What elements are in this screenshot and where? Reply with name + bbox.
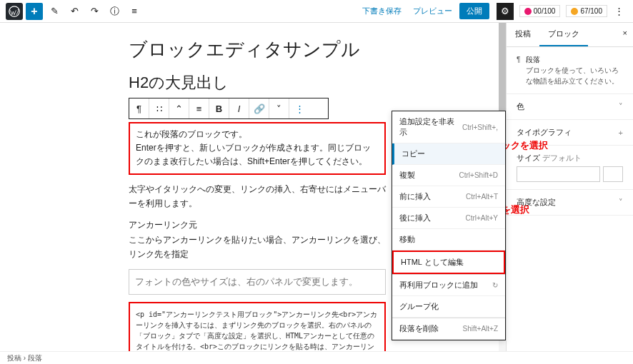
panel-size: サイズ デフォルト bbox=[507, 146, 633, 190]
paragraph-block-icon: ¶ bbox=[517, 54, 520, 86]
placeholder-paragraph[interactable]: フォントの色やサイズは、右のパネルで変更します。 bbox=[129, 269, 386, 295]
post-title[interactable]: ブロックエディタサンプル bbox=[129, 37, 477, 62]
panel-color[interactable]: 色˅ bbox=[507, 94, 633, 120]
sidebar-tabs: 投稿 ブロック × bbox=[507, 23, 633, 47]
more-options-icon[interactable]: ⋮ bbox=[289, 98, 309, 118]
menu-move[interactable]: 移動 bbox=[392, 229, 505, 251]
menu-edit-html[interactable]: HTML として編集 bbox=[392, 251, 505, 274]
wp-logo[interactable] bbox=[6, 3, 23, 20]
outline-icon[interactable]: ≡ bbox=[126, 3, 143, 20]
publish-button[interactable]: 公開 bbox=[459, 3, 489, 19]
bold-button[interactable]: B bbox=[209, 98, 229, 118]
info-icon[interactable]: ⓘ bbox=[106, 3, 123, 20]
italic-button[interactable]: I bbox=[229, 98, 249, 118]
menu-copy[interactable]: コピー bbox=[392, 143, 505, 165]
block-name: 段落 bbox=[526, 54, 623, 65]
edit-icon[interactable]: ✎ bbox=[46, 3, 63, 20]
para-line-1: これが段落のブロックです。 bbox=[136, 128, 379, 141]
menu-duplicate[interactable]: 複製Ctrl+Shift+D bbox=[392, 165, 505, 186]
size-select[interactable] bbox=[517, 166, 600, 182]
block-description: ¶ 段落 ブロックを使って、いろいろな物語を組み立てください。 bbox=[507, 47, 633, 94]
seo-badge-2[interactable]: 67/100 bbox=[566, 5, 607, 17]
undo-icon[interactable]: ↶ bbox=[66, 3, 83, 20]
menu-insert-before[interactable]: 前に挿入Ctrl+Alt+T bbox=[392, 186, 505, 208]
drag-icon[interactable]: ∷ bbox=[149, 98, 169, 118]
selected-paragraph-block[interactable]: これが段落のブロックです。 Enterを押すと、新しいブロックが作成されます。同… bbox=[129, 122, 386, 175]
size-reset-icon[interactable] bbox=[603, 166, 623, 182]
save-draft-link[interactable]: 下書き保存 bbox=[362, 6, 402, 16]
block-desc-text: ブロックを使って、いろいろな物語を組み立てください。 bbox=[526, 65, 623, 86]
add-block-button[interactable]: + bbox=[26, 3, 43, 20]
menu-remove[interactable]: 段落を削除Shift+Alt+Z bbox=[392, 318, 505, 340]
tab-block[interactable]: ブロック bbox=[539, 23, 588, 46]
refresh-icon: ↻ bbox=[492, 281, 498, 289]
more-icon[interactable]: ⋮ bbox=[610, 3, 627, 20]
chevron-down-icon: ˅ bbox=[619, 198, 623, 207]
block-toolbar: ¶ ∷ ⌃ ≡ B I 🔗 ˅ ⋮ bbox=[129, 98, 329, 119]
settings-sidebar: 投稿 ブロック × ¶ 段落 ブロックを使って、いろいろな物語を組み立てください… bbox=[506, 23, 633, 351]
html-code-block[interactable]: <p id="アンカーリンクテスト用ブロック">アンカーリンク先<br>アンカー… bbox=[129, 302, 386, 351]
align-icon[interactable]: ≡ bbox=[189, 98, 209, 118]
preview-link[interactable]: プレビュー bbox=[413, 6, 452, 16]
redo-icon[interactable]: ↷ bbox=[86, 3, 103, 20]
para-line-2: Enterを押すと、新しいブロックが作成されます。同じブロックのまま改行したい場… bbox=[136, 141, 379, 168]
breadcrumb[interactable]: 投稿 › 段落 bbox=[0, 351, 633, 364]
chevron-down-icon[interactable]: ˅ bbox=[269, 98, 289, 118]
body-paragraph-2[interactable]: アンカーリンク元 ここからアンカーリンクを貼りたい場合、アンカーリンクを選び、リ… bbox=[129, 218, 386, 261]
chevron-down-icon: ˅ bbox=[619, 102, 623, 111]
link-icon[interactable]: 🔗 bbox=[249, 98, 269, 118]
settings-icon[interactable]: ⚙ bbox=[497, 3, 514, 20]
transform-icon[interactable]: ⌃ bbox=[169, 98, 189, 118]
tab-post[interactable]: 投稿 bbox=[507, 23, 539, 46]
menu-show-settings[interactable]: 追加設定を非表示Ctrl+Shift+, bbox=[392, 111, 505, 143]
menu-group[interactable]: グループ化 bbox=[392, 296, 505, 318]
menu-add-reusable[interactable]: 再利用ブロックに追加↻ bbox=[392, 275, 505, 296]
paragraph-icon[interactable]: ¶ bbox=[129, 98, 149, 118]
body-paragraph-1[interactable]: 太字やイタリックへの変更、リンクの挿入、右寄せにはメニューバーを利用します。 bbox=[129, 182, 386, 211]
top-toolbar: + ✎ ↶ ↷ ⓘ ≡ 下書き保存 プレビュー 公開 ⚙ 00/100 67/1… bbox=[0, 0, 633, 23]
menu-insert-after[interactable]: 後に挿入Ctrl+Alt+Y bbox=[392, 208, 505, 229]
h2-heading[interactable]: H2の大見出し bbox=[129, 72, 477, 93]
plus-icon: + bbox=[619, 128, 623, 137]
seo-badge-1[interactable]: 00/100 bbox=[519, 5, 561, 17]
block-context-menu: 追加設定を非表示Ctrl+Shift+, コピー 複製Ctrl+Shift+D … bbox=[392, 111, 506, 340]
close-sidebar-icon[interactable]: × bbox=[617, 23, 633, 46]
